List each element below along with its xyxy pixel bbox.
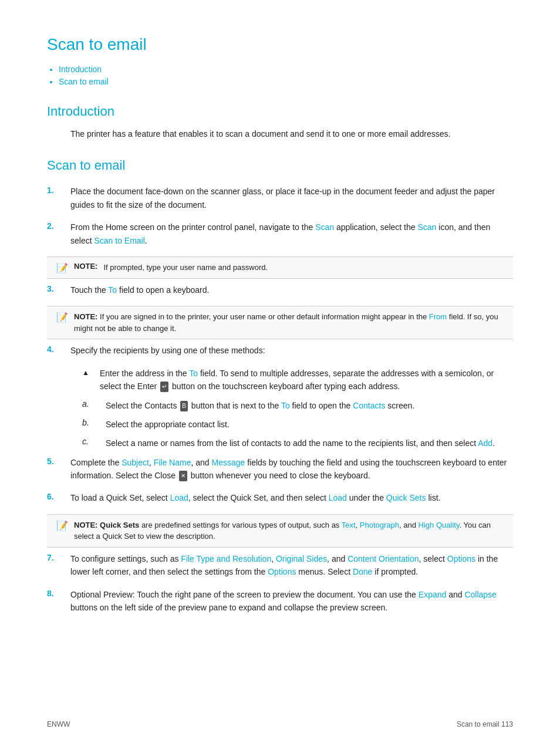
done-link[interactable]: Done	[353, 567, 372, 576]
note-2-text: NOTE: If you are signed in to the printe…	[74, 311, 504, 334]
contacts-button-icon: B	[180, 401, 188, 411]
load-link-2[interactable]: Load	[329, 493, 347, 502]
step-3: 3. Touch the To field to open a keyboard…	[47, 283, 513, 296]
step-4a-content: Select the Contacts B button that is nex…	[106, 399, 513, 412]
step-6-content: To load a Quick Set, select Load, select…	[70, 491, 513, 504]
step-7: 7. To configure settings, such as File T…	[47, 552, 513, 579]
collapse-link[interactable]: Collapse	[464, 590, 496, 599]
triangle-icon: ▲	[82, 367, 100, 377]
from-field-link[interactable]: From	[429, 312, 447, 321]
note-3: 📝 NOTE: Quick Sets are predefined settin…	[47, 514, 513, 548]
step-4b: b. Select the appropriate contact list.	[82, 418, 513, 431]
step-7-number: 7.	[47, 552, 70, 562]
to-link-a[interactable]: To	[281, 401, 290, 410]
to-field-link[interactable]: To	[108, 285, 117, 295]
enter-button-icon: ↵	[160, 382, 168, 392]
quick-sets-bold: Quick Sets	[100, 521, 139, 529]
step-8-content: Optional Preview: Touch the right pane o…	[70, 588, 513, 615]
load-link-1[interactable]: Load	[170, 493, 188, 502]
step-4b-content: Select the appropriate contact list.	[106, 418, 513, 431]
table-of-contents: Introduction Scan to email	[59, 65, 513, 86]
step-6-number: 6.	[47, 491, 70, 501]
introduction-heading: Introduction	[47, 104, 513, 119]
footer: ENWW Scan to email 113	[0, 720, 560, 728]
message-link[interactable]: Message	[211, 458, 245, 467]
toc-link-introduction[interactable]: Introduction	[59, 65, 102, 74]
step-6: 6. To load a Quick Set, select Load, sel…	[47, 491, 513, 504]
expand-link[interactable]: Expand	[419, 590, 446, 599]
footer-right: Scan to email 113	[457, 720, 513, 728]
text-link[interactable]: Text	[342, 521, 356, 529]
original-sides-link[interactable]: Original Sides	[276, 554, 327, 563]
step-3-content: Touch the To field to open a keyboard.	[70, 283, 513, 296]
triangle-content: Enter the address in the To field. To se…	[100, 367, 513, 393]
step-2-number: 2.	[47, 221, 70, 231]
note-3-icon: 📝	[56, 520, 68, 531]
quick-sets-link[interactable]: Quick Sets	[386, 493, 426, 502]
introduction-section: Introduction The printer has a feature t…	[47, 104, 513, 140]
scan-to-email-link[interactable]: Scan to Email	[94, 236, 144, 245]
options-link-1[interactable]: Options	[447, 554, 475, 563]
step-1-content: Place the document face-down on the scan…	[70, 185, 513, 211]
step-1-number: 1.	[47, 185, 70, 195]
step-4-number: 4.	[47, 344, 70, 354]
filename-link[interactable]: File Name	[154, 458, 191, 467]
toc-link-scan-to-email[interactable]: Scan to email	[59, 77, 109, 86]
page-content: Scan to email Introduction Scan to email…	[0, 0, 560, 670]
step-7-content: To configure settings, such as File Type…	[70, 552, 513, 579]
scan-to-email-heading: Scan to email	[47, 158, 513, 173]
note-1: 📝 NOTE: If prompted, type your user name…	[47, 256, 513, 279]
step-4a: a. Select the Contacts B button that is …	[82, 399, 513, 412]
scan-app-link[interactable]: Scan	[315, 222, 334, 232]
high-quality-link[interactable]: High Quality	[419, 521, 460, 529]
step-3-number: 3.	[47, 283, 70, 293]
step-2: 2. From the Home screen on the printer c…	[47, 221, 513, 247]
step-5-content: Complete the Subject, File Name, and Mes…	[70, 456, 513, 482]
content-orientation-link[interactable]: Content Orientation	[348, 554, 419, 563]
scan-to-email-section: Scan to email 1. Place the document face…	[47, 158, 513, 614]
note-2-label: NOTE:	[74, 312, 97, 321]
contacts-link[interactable]: Contacts	[353, 401, 385, 410]
step-4-substeps: ▲ Enter the address in the To field. To …	[82, 367, 513, 450]
note-1-icon: 📝	[56, 262, 68, 274]
note-2-icon: 📝	[56, 312, 68, 323]
step-4b-label: b.	[82, 418, 106, 427]
note-2: 📝 NOTE: If you are signed in to the prin…	[47, 306, 513, 339]
main-title: Scan to email	[47, 35, 513, 54]
step-4c: c. Select a name or names from the list …	[82, 437, 513, 450]
scan-icon-link[interactable]: Scan	[417, 222, 436, 232]
step-2-content: From the Home screen on the printer cont…	[70, 221, 513, 247]
note-3-text: NOTE: Quick Sets are predefined settings…	[74, 519, 504, 542]
subject-link[interactable]: Subject	[122, 458, 149, 467]
footer-left: ENWW	[47, 720, 70, 728]
step-4-content: Specify the recipients by using one of t…	[70, 344, 513, 357]
step-4-triangle: ▲ Enter the address in the To field. To …	[82, 367, 513, 393]
photograph-link[interactable]: Photograph	[360, 521, 399, 529]
file-type-link[interactable]: File Type and Resolution	[181, 554, 271, 563]
step-5-number: 5.	[47, 456, 70, 466]
steps-container: 1. Place the document face-down on the s…	[47, 185, 513, 614]
step-4a-label: a.	[82, 399, 106, 409]
note-1-label: NOTE:	[74, 262, 97, 271]
step-4: 4. Specify the recipients by using one o…	[47, 344, 513, 357]
add-link[interactable]: Add	[478, 438, 492, 448]
step-4c-label: c.	[82, 437, 106, 446]
options-link-2[interactable]: Options	[268, 567, 296, 576]
step-8: 8. Optional Preview: Touch the right pan…	[47, 588, 513, 615]
note-3-label: NOTE:	[74, 521, 97, 529]
step-4c-content: Select a name or names from the list of …	[106, 437, 513, 450]
introduction-body: The printer has a feature that enables i…	[70, 127, 513, 140]
to-link-triangle[interactable]: To	[189, 369, 198, 378]
step-1: 1. Place the document face-down on the s…	[47, 185, 513, 211]
step-8-number: 8.	[47, 588, 70, 598]
toc-item-scan-to-email[interactable]: Scan to email	[59, 77, 513, 86]
close-button-icon: ✕	[179, 471, 187, 481]
note-1-text: If prompted, type your user name and pas…	[103, 262, 268, 274]
step-5: 5. Complete the Subject, File Name, and …	[47, 456, 513, 482]
toc-item-introduction[interactable]: Introduction	[59, 65, 513, 74]
